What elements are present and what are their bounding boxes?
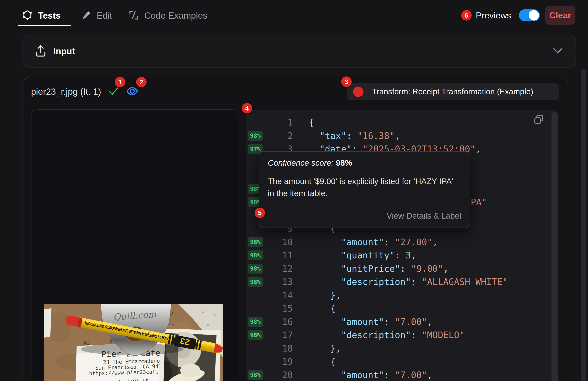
transform-chip[interactable]: Transform: Receipt Transformation (Examp…: [347, 83, 559, 100]
chevron-down-icon[interactable]: [553, 48, 563, 55]
output-code-panel: 1{98%2 "tax": "16.38",97%3 "date": "2025…: [246, 110, 559, 381]
annotation-badge-5: 5: [254, 208, 265, 218]
code-line: 19 {: [246, 355, 559, 368]
view-details-link[interactable]: View Details & Label: [268, 211, 461, 221]
app-root: Tests Edit Code Examples 6 Previews Clea…: [0, 0, 588, 381]
transform-status-dot: [353, 87, 363, 97]
line-number: 18: [258, 342, 293, 355]
line-number: 17: [258, 328, 293, 342]
line-number: 20: [258, 368, 293, 381]
eye-icon[interactable]: [126, 86, 138, 97]
code-text: {: [309, 116, 314, 129]
annotation-badge-2: 2: [136, 77, 147, 87]
page-scrollbar[interactable]: [581, 69, 586, 381]
receipt-photo: 42 01:09 PM 03/02/2025 Pier 23 Cafe 23 T…: [44, 304, 223, 381]
upload-icon: [35, 44, 47, 58]
code-line: 98%2 "tax": "16.38",: [246, 129, 559, 143]
toggle-knob: [528, 10, 539, 20]
input-section-label: Input: [53, 46, 75, 57]
previews-label: Previews: [476, 0, 511, 31]
pen-logo-23: 23: [179, 336, 190, 347]
pencil-icon: [81, 10, 92, 21]
line-number: 12: [258, 262, 293, 275]
code-line: 15 {: [246, 302, 559, 315]
code-text: "description": "MODELO": [309, 328, 465, 342]
code-line: 98%12 "unitPrice": "9.00",: [246, 262, 559, 275]
code-text: "amount": "7.00",: [309, 315, 432, 329]
code-line: 98%11 "quantity": 3,: [246, 249, 559, 262]
clear-button[interactable]: Clear: [545, 6, 575, 25]
line-number: 1: [258, 116, 293, 129]
file-name: pier23_r.jpg (It. 1): [31, 86, 101, 97]
annotation-badge-3: 3: [341, 76, 352, 87]
copy-icon[interactable]: [534, 114, 544, 125]
code-line: 98%16 "amount": "7.00",: [246, 315, 559, 329]
tab-tests-label: Tests: [38, 10, 61, 21]
code-line: 98%13 "description": "ALLAGASH WHITE": [246, 275, 559, 289]
check-icon: [108, 87, 119, 97]
code-text: "tax": "16.38",: [309, 129, 400, 143]
line-number: 13: [258, 275, 293, 289]
code-text: },: [309, 342, 341, 355]
code-text: "amount": "7.00",: [309, 368, 432, 381]
line-number: 19: [258, 355, 293, 368]
code-text: },: [309, 289, 341, 302]
tab-edit[interactable]: Edit: [81, 8, 112, 23]
tab-edit-label: Edit: [97, 10, 112, 21]
code-text: "quantity": 3,: [309, 249, 416, 262]
previews-toggle[interactable]: [519, 9, 540, 21]
code-text: "description": "ALLAGASH WHITE": [309, 275, 508, 289]
tab-code-examples[interactable]: Code Examples: [128, 8, 207, 23]
line-number: 15: [258, 302, 293, 315]
transform-label: Transform: Receipt Transformation (Examp…: [372, 87, 533, 96]
tooltip-title: Confidence score: 98%: [268, 158, 461, 168]
code-text: "amount": "27.00",: [309, 235, 438, 249]
annotation-badge-6: 6: [461, 10, 472, 20]
code-text: "unitPrice": "9.00",: [309, 262, 449, 275]
code-line: 98%17 "description": "MODELO": [246, 328, 559, 342]
tooltip-body: The amount '$9.00' is explicitly listed …: [268, 175, 461, 199]
annotation-badge-1: 1: [115, 77, 125, 87]
code-text: {: [309, 355, 336, 368]
code-text: {: [309, 302, 336, 315]
receipt-meta-left: 42: [84, 340, 90, 346]
code-scrollbar[interactable]: [551, 112, 558, 381]
confidence-tooltip: Confidence score: 98% The amount '$9.00'…: [259, 151, 470, 228]
tab-code-examples-label: Code Examples: [144, 10, 207, 21]
line-number: 10: [258, 235, 293, 249]
code-line: 14 },: [246, 289, 559, 302]
code-line: 1{: [246, 116, 559, 129]
line-number: 14: [258, 289, 293, 302]
code-line: 98%20 "amount": "7.00",: [246, 368, 559, 381]
confidence-score-value: 98%: [336, 158, 352, 167]
line-number: 16: [258, 315, 293, 329]
annotation-badge-4: 4: [242, 103, 252, 114]
code-line: 98%10 "amount": "27.00",: [246, 235, 559, 249]
active-tab-underline: [18, 25, 71, 26]
tab-tests[interactable]: Tests: [22, 8, 61, 23]
code-brackets-icon: [128, 10, 139, 21]
line-number: 2: [258, 129, 293, 143]
input-section[interactable]: Input: [22, 35, 576, 68]
line-number: 11: [258, 249, 293, 262]
code-text-fragment: PA": [471, 195, 487, 209]
tests-hive-icon: [22, 10, 33, 21]
code-line: 18 },: [246, 342, 559, 355]
